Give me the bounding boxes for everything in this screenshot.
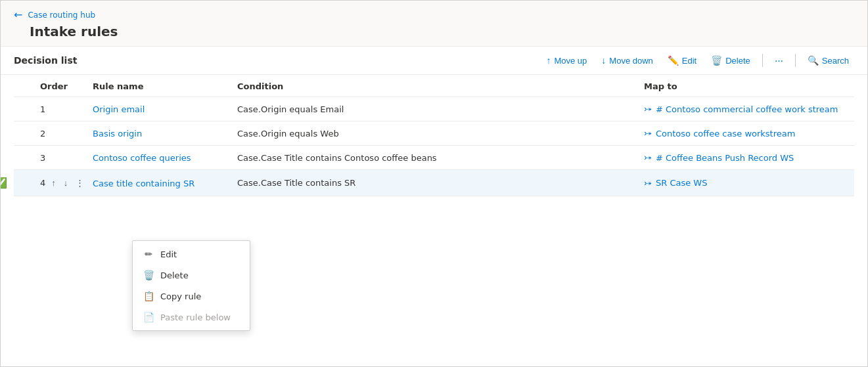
table-row: 3 Contoso coffee queries Case.Case Title… (14, 146, 854, 170)
order-value: 3 (40, 153, 45, 163)
col-map-to: Map to (644, 81, 854, 91)
order-cell: 1 (40, 104, 93, 114)
move-up-button[interactable]: ↑ Move up (541, 52, 592, 69)
toolbar-separator (762, 54, 763, 67)
row-move-up-button[interactable]: ↑ (49, 177, 58, 189)
map-to-link[interactable]: Contoso coffee case workstream (656, 129, 795, 139)
edit-button[interactable]: ✏️ Edit (662, 52, 702, 69)
row-selected-check: ✅ (0, 177, 7, 189)
delete-icon: 🗑️ (711, 55, 722, 66)
table-row: 2 Basis origin Case.Origin equals Web ⤐ … (14, 121, 854, 146)
condition-cell: Case.Case Title contains SR (237, 178, 644, 188)
map-to-link[interactable]: # Contoso commercial coffee work stream (656, 104, 838, 114)
table-header: Order Rule name Condition Map to (14, 75, 854, 97)
table-row: 1 Origin email Case.Origin equals Email … (14, 97, 854, 121)
context-menu-copy-rule[interactable]: 📋 Copy rule (133, 286, 250, 307)
context-menu-delete[interactable]: 🗑️ Delete (133, 265, 250, 286)
context-menu-paste-rule: 📄 Paste rule below (133, 307, 250, 328)
table-row-selected: ✅ 4 ↑ ↓ ⋮ Case title containing SR Case.… (14, 170, 854, 196)
rule-name-link[interactable]: Case title containing SR (93, 179, 194, 188)
more-options-button[interactable]: ⋯ (769, 53, 788, 69)
context-menu: ✏️ Edit 🗑️ Delete 📋 Copy rule 📄 Paste ru… (132, 240, 250, 331)
map-to-link[interactable]: SR Case WS (656, 178, 707, 188)
search-label: Search (822, 56, 849, 66)
context-copy-icon: 📋 (143, 291, 154, 301)
map-to-cell: ⤐ # Contoso commercial coffee work strea… (644, 104, 854, 114)
context-copy-label: Copy rule (160, 291, 201, 301)
edit-icon: ✏️ (668, 55, 679, 66)
rule-name-cell: Origin email (93, 104, 237, 114)
breadcrumb[interactable]: Case routing hub (28, 11, 95, 20)
rule-name-cell: Basis origin (93, 128, 237, 139)
page-title: Intake rules (30, 24, 854, 39)
context-delete-label: Delete (160, 270, 189, 280)
search-button[interactable]: 🔍 Search (802, 52, 854, 69)
edit-label: Edit (682, 56, 697, 66)
move-down-icon: ↓ (601, 55, 606, 66)
map-to-cell: ⤐ SR Case WS (644, 178, 854, 188)
map-to-link[interactable]: # Coffee Beans Push Record WS (656, 153, 794, 163)
rule-name-cell: Contoso coffee queries (93, 152, 237, 163)
section-label: Decision list (14, 55, 77, 66)
col-order: Order (40, 81, 93, 91)
rule-name-cell: Case title containing SR (93, 178, 237, 188)
condition-cell: Case.Origin equals Email (237, 104, 644, 114)
rule-name-link[interactable]: Basis origin (93, 129, 142, 139)
context-paste-icon: 📄 (143, 312, 154, 322)
back-button[interactable]: ← (14, 9, 22, 21)
toolbar-separator-2 (795, 54, 796, 67)
page-header: ← Case routing hub Intake rules (1, 1, 867, 47)
col-rule-name: Rule name (93, 81, 237, 91)
context-menu-edit[interactable]: ✏️ Edit (133, 244, 250, 265)
delete-button[interactable]: 🗑️ Delete (706, 52, 756, 69)
order-cell: 2 (40, 129, 93, 139)
order-cell: 4 ↑ ↓ ⋮ (40, 177, 93, 189)
context-paste-label: Paste rule below (160, 313, 231, 322)
delete-label: Delete (725, 56, 750, 66)
row-move-down-button[interactable]: ↓ (62, 177, 70, 189)
toolbar: Decision list ↑ Move up ↓ Move down ✏️ E… (1, 47, 867, 75)
rule-name-link[interactable]: Origin email (93, 104, 145, 114)
route-icon: ⤐ (644, 128, 652, 139)
condition-cell: Case.Case Title contains Contoso coffee … (237, 153, 644, 163)
route-icon: ⤐ (644, 178, 652, 188)
move-up-icon: ↑ (546, 55, 551, 66)
search-icon: 🔍 (808, 55, 819, 66)
move-down-button[interactable]: ↓ Move down (596, 52, 658, 69)
move-down-label: Move down (609, 56, 652, 66)
move-up-label: Move up (554, 56, 587, 66)
route-icon: ⤐ (644, 104, 652, 114)
map-to-cell: ⤐ Contoso coffee case workstream (644, 128, 854, 139)
rule-name-link[interactable]: Contoso coffee queries (93, 153, 191, 163)
order-value: 4 (40, 178, 45, 188)
context-delete-icon: 🗑️ (143, 270, 154, 280)
row-more-button[interactable]: ⋮ (74, 177, 86, 189)
toolbar-actions: ↑ Move up ↓ Move down ✏️ Edit 🗑️ Delete … (541, 52, 854, 69)
order-cell: 3 (40, 153, 93, 163)
col-condition: Condition (237, 81, 644, 91)
route-icon: ⤐ (644, 152, 652, 163)
context-edit-label: Edit (160, 249, 177, 259)
context-edit-icon: ✏️ (143, 249, 154, 259)
map-to-cell: ⤐ # Coffee Beans Push Record WS (644, 152, 854, 163)
table: Order Rule name Condition Map to 1 Origi… (1, 75, 867, 196)
more-options-icon: ⋯ (775, 56, 783, 66)
condition-cell: Case.Origin equals Web (237, 129, 644, 139)
order-value: 1 (40, 104, 45, 114)
order-value: 2 (40, 129, 45, 139)
